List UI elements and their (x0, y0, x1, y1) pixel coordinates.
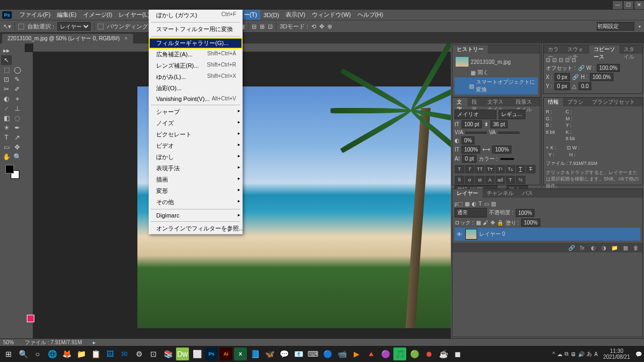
history-step[interactable]: ▨ スマートオブジェクトに変換 (455, 77, 538, 95)
filter-smart-convert[interactable]: スマートフィルター用に変換 (149, 24, 243, 35)
filter-distort-submenu[interactable]: 変形 (149, 185, 243, 197)
tab-history[interactable]: ヒストリー (452, 45, 488, 54)
tab-char-style[interactable]: 文字スタイル (483, 98, 511, 106)
status-menu-icon[interactable]: ▸ (93, 339, 96, 345)
close-tab-icon[interactable]: × (125, 35, 128, 41)
clone-src-icon[interactable]: ⊡ (552, 57, 557, 63)
tab-color[interactable]: カラー (544, 45, 563, 54)
document-tab[interactable]: 22013100_m.jpg @ 50% (レイヤー 0, RGB/8#) × (2, 34, 133, 44)
app-icon[interactable]: 📧 (292, 347, 305, 360)
menu-layer[interactable]: レイヤー(L) (115, 10, 152, 20)
filter-video-submenu[interactable]: ビデオ (149, 140, 243, 151)
tool-brush[interactable]: ◐ (1, 94, 12, 104)
tool-path[interactable]: ↗ (12, 133, 23, 142)
angle-field[interactable]: 0.0 (579, 82, 591, 90)
cortana-icon[interactable]: ○ (31, 347, 44, 360)
app-icon[interactable]: 💬 (277, 347, 290, 360)
maximize-button[interactable]: ☐ (624, 1, 633, 9)
filter-gallery[interactable]: フィルターギャラリー(G)... (149, 38, 243, 49)
y-field[interactable]: 0 px (554, 82, 570, 90)
layer-thumb[interactable] (465, 229, 477, 240)
quick-mask-indicator[interactable] (27, 315, 34, 322)
auto-select-checkbox[interactable] (18, 24, 24, 30)
tool-hand[interactable]: ✋ (1, 152, 12, 162)
auto-select-dropdown[interactable]: レイヤー (57, 22, 91, 31)
caps-button[interactable]: TT (475, 165, 485, 173)
baseline-field[interactable]: 0 pt (462, 155, 477, 163)
app-icon[interactable]: ⬜ (191, 347, 203, 360)
h-field[interactable]: 100.0% (590, 73, 613, 81)
filter-blur-submenu[interactable]: ぼかし (149, 151, 243, 163)
app-icon[interactable]: ☕ (437, 347, 450, 360)
app-icon[interactable]: 🦋 (263, 347, 276, 360)
photoshop-icon[interactable]: Ps (205, 347, 218, 360)
tool-eyedropper[interactable]: ✂ (1, 84, 12, 94)
w-field[interactable]: 100.0% (597, 64, 620, 72)
history-step[interactable]: ▦ 開く (455, 68, 538, 77)
titling-button[interactable]: A (485, 176, 495, 184)
kerning-field[interactable] (465, 132, 487, 134)
vlc-icon[interactable]: 🔺 (364, 347, 377, 360)
group-icon[interactable]: 📁 (610, 244, 619, 251)
tray-volume-icon[interactable]: 🔊 (578, 351, 584, 357)
distribute-btn[interactable]: ⊡ (268, 23, 273, 30)
x-field[interactable]: 0 px (554, 73, 570, 81)
settings-icon[interactable]: ⚙ (133, 347, 145, 360)
tab-style[interactable]: スタイル (619, 45, 642, 54)
ime-mode-icon[interactable]: A (594, 351, 598, 357)
oldstyle-button[interactable]: σ (465, 176, 474, 184)
workspace-dropdown[interactable] (597, 22, 634, 31)
mode3d-btn[interactable]: ⊕ (327, 23, 332, 30)
menu-3d[interactable]: 3D(D) (260, 11, 282, 19)
tab-paths[interactable]: パス (518, 189, 537, 198)
tool-move[interactable]: ↖ (1, 55, 12, 65)
new-layer-icon[interactable]: ▦ (621, 244, 630, 251)
photos-icon[interactable]: 🖼 (104, 347, 116, 360)
filter-lens-correction[interactable]: レンズ補正(R)...Shift+Ctrl+R (149, 60, 243, 71)
mode3d-btn[interactable]: ⟲ (311, 23, 316, 30)
bold-button[interactable]: T (455, 165, 464, 173)
distribute-btn[interactable]: ⊟ (252, 23, 257, 30)
menu-help[interactable]: ヘルプ(H) (354, 10, 386, 20)
tab-toggle-icon[interactable]: ▸▸ (1, 46, 12, 55)
tool-zoom[interactable]: 🔍 (12, 152, 23, 162)
underline-button[interactable]: T̲ (516, 165, 525, 173)
filter-other-submenu[interactable]: その他 (149, 197, 243, 208)
clone-src-icon[interactable]: ⊡ (559, 57, 563, 63)
zoom-icon[interactable]: 📹 (335, 347, 348, 360)
fg-color-swatch[interactable] (5, 165, 14, 173)
layer-row[interactable]: 👁 レイヤー 0 (455, 228, 640, 241)
dreamweaver-icon[interactable]: Dw (176, 347, 189, 360)
super-button[interactable]: T¹ (495, 165, 505, 173)
outlook-icon[interactable]: ✉ (118, 347, 131, 360)
tool-dodge[interactable]: ☀ (1, 123, 12, 133)
doc-size[interactable]: ファイル : 7.91M/7.91M (25, 339, 82, 346)
font-dropdown[interactable]: メイリオ (455, 110, 496, 119)
color-swatches[interactable] (4, 164, 20, 180)
tab-brush-preset[interactable]: ブラシプリセット (588, 98, 639, 106)
bbox-checkbox[interactable] (98, 24, 104, 30)
filter-wide-angle[interactable]: 広角補正(A)...Shift+Ctrl+A (149, 49, 243, 60)
lock-position-icon[interactable]: ✥ (491, 220, 495, 226)
chrome-icon[interactable]: 🌐 (46, 347, 58, 360)
tool-history-brush[interactable]: ⟋ (1, 104, 12, 113)
tab-channels[interactable]: チャンネル (482, 189, 518, 198)
tool-blur[interactable]: ◌ (12, 113, 23, 123)
filter-digimarc-submenu[interactable]: Digimarc (149, 211, 243, 220)
app-icon[interactable]: 📋 (89, 347, 102, 360)
tray-cloud-icon[interactable]: ☁ (557, 351, 562, 357)
lock-all-icon[interactable]: 🔒 (497, 220, 503, 226)
filter-vanishing-point[interactable]: Vanishing Point(V)...Alt+Ctrl+V (149, 94, 243, 104)
filter-browse-online[interactable]: オンラインでフィルターを参照... (149, 223, 243, 234)
excel-icon[interactable]: X (234, 347, 247, 360)
minimize-button[interactable]: — (613, 1, 623, 9)
menu-image[interactable]: イメージ(I) (80, 10, 115, 20)
ornaments-button[interactable]: ad (495, 176, 505, 184)
menu-window[interactable]: ウィンドウ(W) (309, 10, 354, 20)
tray-overflow-icon[interactable]: ^ (553, 351, 555, 357)
fractions-button[interactable]: ½ (516, 176, 525, 184)
trash-icon[interactable]: 🗑 (632, 244, 640, 251)
app-icon[interactable]: 📘 (248, 347, 261, 360)
mode3d-btn[interactable]: ✥ (319, 23, 324, 30)
explorer-icon[interactable]: 📁 (75, 347, 87, 360)
